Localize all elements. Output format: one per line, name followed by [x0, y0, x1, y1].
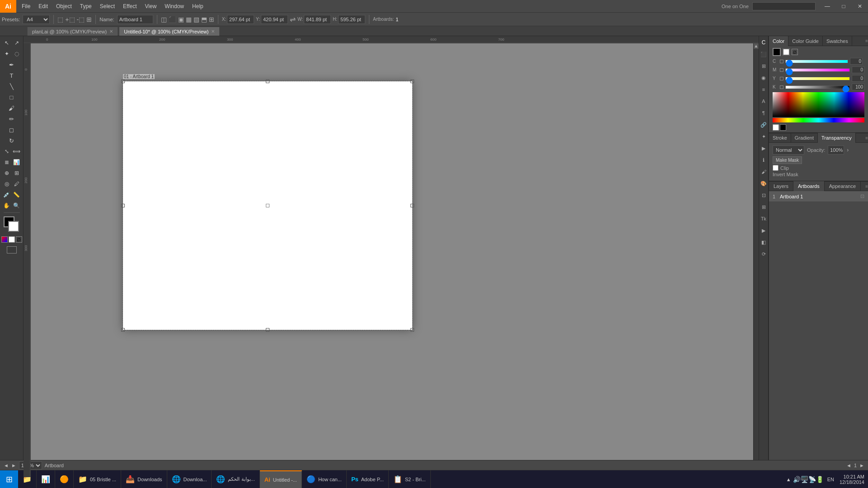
artboard-prev-btn[interactable]: ◄ — [846, 463, 851, 468]
c-arrow[interactable] — [780, 60, 783, 63]
artboard-delete-icon[interactable]: -⬚ — [77, 16, 85, 23]
artboard-tool-icon[interactable]: ⬚ — [57, 16, 63, 23]
align-left-icon[interactable]: ◫ — [161, 16, 167, 23]
black-swatch[interactable] — [780, 124, 786, 131]
tab-artboards[interactable]: Artboards — [793, 181, 825, 191]
x-input[interactable] — [227, 15, 254, 24]
handle-mid-left[interactable] — [121, 204, 125, 207]
taskbar-browser1[interactable]: 🟠 — [55, 470, 74, 488]
menu-file[interactable]: File — [18, 2, 34, 10]
build-tool-btn[interactable]: ⊕ — [2, 168, 12, 178]
m-range[interactable] — [786, 70, 849, 73]
taskbar-chrome[interactable]: 🔵 How can... — [302, 470, 347, 488]
align-top-icon[interactable]: ▦ — [186, 16, 192, 23]
color-mode-btn[interactable] — [1, 236, 8, 243]
k-value-input[interactable] — [852, 84, 864, 90]
tray-expand[interactable]: ▲ — [786, 477, 791, 482]
color-panel-expand[interactable]: ≡ — [865, 38, 868, 43]
c-range[interactable] — [786, 62, 848, 65]
line-tool-btn[interactable]: ╲ — [2, 81, 22, 91]
stroke-swatch[interactable] — [8, 221, 19, 232]
taskbar-browser-ar[interactable]: 🌐 بوابة الحكم... — [212, 470, 259, 488]
artboard-name-input[interactable] — [117, 15, 153, 24]
pen-tool-btn[interactable]: ✒ — [2, 60, 22, 70]
grid-icon[interactable]: ⊞ — [209, 16, 214, 23]
menu-select[interactable]: Select — [96, 2, 118, 10]
preset-select[interactable]: A4 — [23, 15, 50, 24]
transform-panel-icon[interactable]: ⊞ — [759, 61, 768, 70]
menu-effect[interactable]: Effect — [119, 2, 140, 10]
handle-top-center[interactable] — [266, 80, 269, 83]
css-export-icon[interactable]: ◧ — [759, 238, 768, 247]
align-bottom-icon[interactable]: ⬒ — [201, 16, 207, 23]
video-icon[interactable]: ▶ — [759, 226, 768, 235]
rect-tool-btn[interactable]: □ — [2, 92, 22, 102]
m-arrow[interactable] — [780, 68, 783, 72]
white-swatch[interactable] — [773, 124, 779, 131]
minimize-btn[interactable]: — — [819, 0, 835, 13]
artboard-item-expand-icon[interactable]: ⊡ — [860, 193, 864, 199]
canvas-area[interactable]: 0 100 200 300 400 500 600 700 0 100 200 … — [24, 36, 759, 477]
artboard-next-btn[interactable]: ► — [859, 463, 864, 468]
tab-transparency[interactable]: Transparency — [818, 133, 856, 143]
pathfinder-panel-icon[interactable]: ◉ — [759, 73, 768, 82]
menu-edit[interactable]: Edit — [35, 2, 52, 10]
taskbar-bristle[interactable]: 📁 05 Bristle ... — [74, 470, 121, 488]
handle-bottom-left[interactable] — [121, 328, 125, 332]
blend-mode-select[interactable]: Normal Multiply Screen — [773, 145, 804, 155]
tab-stroke[interactable]: Stroke — [769, 133, 791, 143]
taskbar-downloads[interactable]: 📥 Downloads — [121, 470, 167, 488]
align-right-icon[interactable]: ▣ — [178, 16, 184, 23]
scrollbar-v[interactable]: ▲ ▼ — [753, 43, 759, 470]
maximize-btn[interactable]: □ — [835, 0, 852, 13]
search-input[interactable] — [752, 2, 816, 10]
color-spectrum[interactable] — [773, 92, 864, 117]
recolor-icon[interactable]: 🎨 — [759, 179, 768, 188]
warp-tool-btn[interactable]: ⤡ — [2, 146, 12, 156]
eraser-tool-btn[interactable]: ◻ — [2, 125, 22, 135]
tab-color-guide[interactable]: Color Guide — [788, 36, 823, 46]
tab-color[interactable]: Color — [769, 36, 788, 46]
handle-mid-right[interactable] — [410, 204, 414, 207]
taskbar-photoshop[interactable]: Ps Adobe P... — [347, 470, 389, 488]
nav-next-btn[interactable]: ► — [11, 463, 16, 468]
symbols-panel-icon[interactable]: ✦ — [759, 132, 768, 141]
menu-type[interactable]: Type — [76, 2, 95, 10]
handle-top-right[interactable] — [410, 80, 414, 83]
artboard-add-icon[interactable]: +⬚ — [65, 16, 75, 23]
separations-icon[interactable]: ⊞ — [759, 202, 768, 211]
tab-untitled-close[interactable]: ✕ — [211, 29, 215, 34]
none-mode-btn[interactable]: ∅ — [16, 236, 22, 243]
free-transform-btn[interactable]: ⟺ — [12, 146, 22, 156]
live-paint-btn[interactable]: 🖊 — [12, 179, 22, 189]
k-arrow[interactable] — [780, 85, 783, 89]
opacity-input[interactable] — [828, 145, 844, 155]
tab-layers[interactable]: Layers — [769, 181, 793, 191]
tab-plan[interactable]: planLai @ 100% (CMYK/Preview) ✕ — [27, 27, 118, 36]
fill-color-swatch[interactable] — [773, 48, 781, 56]
blend-tool-btn[interactable]: ◎ — [2, 179, 12, 189]
measure-tool-btn[interactable]: 📏 — [12, 190, 22, 200]
perspective-btn[interactable]: ⊞ — [12, 168, 22, 178]
taskbar-task-manager[interactable]: 📊 — [37, 470, 55, 488]
artboard-list-item[interactable]: 1 Artboard 1 ⊡ — [769, 191, 868, 202]
tab-gradient[interactable]: Gradient — [791, 133, 818, 143]
eyedropper-tool-btn[interactable]: 💉 — [2, 190, 12, 200]
k-range[interactable] — [786, 88, 849, 90]
w-input[interactable] — [304, 15, 331, 24]
brushes-panel-icon[interactable]: 🖌 — [759, 167, 768, 176]
align-panel-icon[interactable]: ⬛ — [759, 50, 768, 59]
close-btn[interactable]: ✕ — [852, 0, 868, 13]
handle-bottom-center[interactable] — [266, 328, 269, 332]
scroll-up-btn[interactable]: ▲ — [754, 43, 759, 49]
magic-wand-tool-btn[interactable]: ✦ — [2, 49, 12, 59]
y-arrow[interactable] — [780, 77, 783, 80]
tab-swatches[interactable]: Swatches — [823, 36, 852, 46]
width-tool-btn[interactable]: ≣ — [2, 157, 12, 167]
tab-appearance[interactable]: Appearance — [825, 181, 861, 191]
align-center-h-icon[interactable]: ⬛ — [169, 16, 176, 23]
effect-expand[interactable]: ≡ — [865, 136, 868, 141]
handle-top-left[interactable] — [121, 80, 125, 83]
y-value-input[interactable] — [852, 75, 864, 82]
zoom-tool-btn[interactable]: 🔍 — [12, 201, 22, 211]
